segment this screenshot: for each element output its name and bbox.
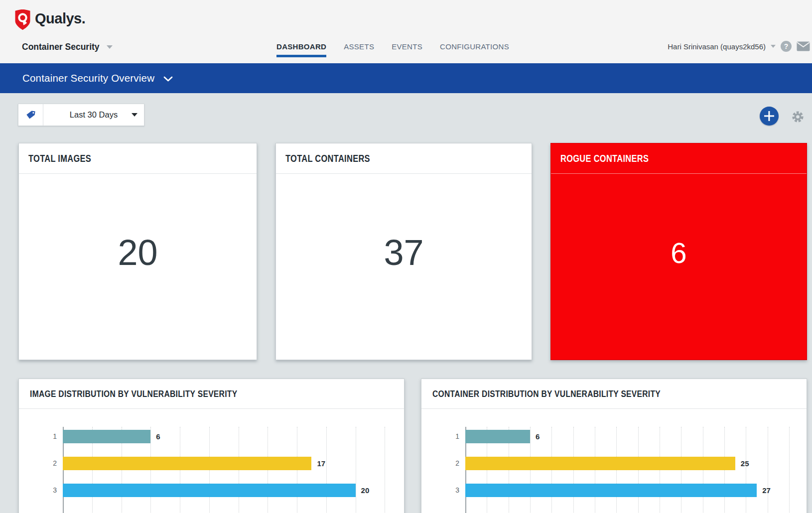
bar-value-label: 20	[361, 486, 370, 495]
category-label: 1	[46, 430, 57, 443]
category-label: 2	[448, 457, 459, 470]
brand-wordmark: Qualys.	[35, 10, 85, 27]
tag-filter-button[interactable]	[18, 104, 43, 126]
bar-value-label: 6	[536, 432, 540, 441]
bar-value-label: 6	[156, 432, 160, 441]
dashboard-title: Container Security Overview	[22, 72, 154, 84]
gear-icon[interactable]	[791, 110, 805, 124]
severity-bar[interactable]	[465, 430, 530, 443]
severity-bar[interactable]	[63, 484, 356, 497]
time-range-value: Last 30 Days	[70, 110, 118, 120]
product-switcher[interactable]: Container Security	[22, 42, 113, 52]
card-body: 20	[19, 174, 257, 360]
page: Qualys. Container Security DASHBOARD ASS…	[0, 0, 812, 513]
main-nav: DASHBOARD ASSETS EVENTS CONFIGURATIONS	[276, 42, 509, 51]
severity-bar[interactable]	[465, 457, 735, 470]
severity-bar[interactable]	[465, 484, 757, 497]
total-images-value: 20	[118, 232, 157, 273]
summary-cards-row: TOTAL IMAGES 20 TOTAL CONTAINERS 37 ROGU…	[18, 143, 807, 360]
card-title: TOTAL IMAGES	[28, 153, 91, 164]
card-rogue-containers[interactable]: ROGUE CONTAINERS 6	[550, 143, 807, 360]
tag-icon	[25, 109, 36, 121]
chart-header: CONTAINER DISTRIBUTION BY VULNERABILITY …	[421, 379, 807, 409]
card-header: ROGUE CONTAINERS	[551, 143, 807, 174]
severity-bar[interactable]	[63, 457, 311, 470]
app-header: Qualys. Container Security DASHBOARD ASS…	[0, 0, 812, 63]
dropdown-arrow-icon	[132, 113, 137, 117]
category-label: 3	[448, 484, 459, 497]
chevron-down-icon[interactable]	[163, 76, 173, 82]
bar-row-severity-3: 327	[465, 484, 795, 497]
category-label: 2	[46, 457, 57, 470]
bar-value-label: 17	[317, 459, 325, 468]
chevron-down-icon	[107, 45, 113, 49]
mail-icon[interactable]	[797, 41, 810, 51]
user-area: Hari Srinivasan (quays2kd56) ?	[668, 41, 810, 52]
qualys-logo-icon	[14, 9, 31, 30]
card-header: TOTAL CONTAINERS	[276, 143, 532, 174]
product-label: Container Security	[22, 42, 100, 52]
bar-row-severity-2: 225	[465, 457, 795, 470]
bar-row-severity-1: 16	[63, 430, 392, 443]
user-menu-label[interactable]: Hari Srinivasan (quays2kd56)	[668, 42, 766, 51]
tab-configurations[interactable]: CONFIGURATIONS	[440, 42, 509, 51]
category-label: 3	[46, 484, 57, 497]
category-label: 1	[448, 430, 459, 443]
bar-chart-plot: 16225327	[465, 427, 795, 513]
bar-chart-plot: 16217320	[63, 427, 392, 513]
chart-container-distribution[interactable]: CONTAINER DISTRIBUTION BY VULNERABILITY …	[421, 379, 807, 513]
card-title: ROGUE CONTAINERS	[560, 153, 649, 164]
tab-assets[interactable]: ASSETS	[344, 42, 374, 51]
filter-box: Last 30 Days	[18, 104, 144, 126]
tab-dashboard[interactable]: DASHBOARD	[276, 42, 326, 51]
card-total-containers[interactable]: TOTAL CONTAINERS 37	[275, 143, 532, 360]
charts-row: IMAGE DISTRIBUTION BY VULNERABILITY SEVE…	[18, 379, 807, 513]
card-body: 6	[551, 174, 807, 360]
add-widget-button[interactable]	[760, 107, 779, 126]
bar-value-label: 25	[741, 459, 749, 468]
dashboard-selector-bar: Container Security Overview	[0, 63, 812, 93]
chart-image-distribution[interactable]: IMAGE DISTRIBUTION BY VULNERABILITY SEVE…	[18, 379, 405, 513]
bar-value-label: 27	[762, 486, 771, 495]
bar-row-severity-2: 217	[63, 457, 392, 470]
bar-row-severity-3: 320	[63, 484, 392, 497]
chevron-down-icon[interactable]	[771, 45, 776, 48]
severity-bar[interactable]	[63, 430, 150, 443]
time-range-select[interactable]: Last 30 Days	[43, 104, 144, 126]
tab-events[interactable]: EVENTS	[392, 42, 422, 51]
total-containers-value: 37	[384, 232, 423, 273]
card-body: 37	[276, 174, 532, 360]
bar-row-severity-1: 16	[465, 430, 795, 443]
rogue-containers-value: 6	[671, 236, 686, 269]
chart-title: IMAGE DISTRIBUTION BY VULNERABILITY SEVE…	[30, 388, 237, 399]
card-title: TOTAL CONTAINERS	[285, 153, 370, 164]
card-total-images[interactable]: TOTAL IMAGES 20	[18, 143, 257, 360]
help-icon[interactable]: ?	[781, 41, 792, 52]
card-header: TOTAL IMAGES	[19, 143, 257, 174]
chart-title: CONTAINER DISTRIBUTION BY VULNERABILITY …	[432, 388, 661, 399]
chart-header: IMAGE DISTRIBUTION BY VULNERABILITY SEVE…	[19, 379, 404, 409]
